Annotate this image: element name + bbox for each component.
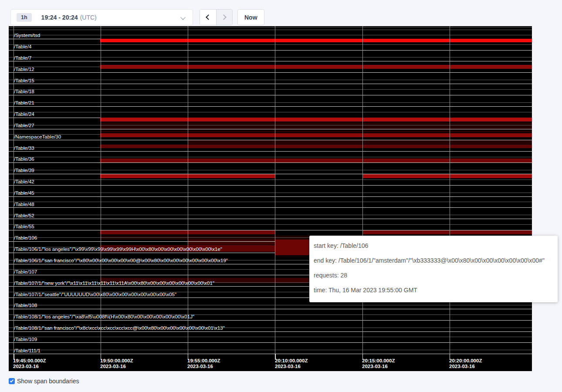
span-boundary-line bbox=[9, 44, 532, 45]
heat-band bbox=[100, 65, 532, 69]
heat-band bbox=[100, 145, 532, 149]
span-boundary-line bbox=[9, 106, 532, 107]
x-axis-tick-label: 19:45:00.000Z2023-03-16 bbox=[13, 358, 46, 369]
row-label: /Table/55 bbox=[14, 224, 34, 230]
span-boundary-line bbox=[9, 309, 532, 309]
row-label: /Table/107/1/"seattle"/"UUUUUUD\x00\x80\… bbox=[14, 292, 176, 297]
span-boundary-line bbox=[9, 112, 532, 112]
show-span-boundaries-label: Show span boundaries bbox=[17, 378, 79, 385]
span-boundary-line bbox=[9, 72, 532, 73]
heat-band bbox=[100, 159, 532, 162]
x-axis-tick-label: 20:10:00.000Z2023-03-16 bbox=[275, 358, 308, 369]
span-boundary-line bbox=[9, 50, 532, 51]
show-span-boundaries-row: Show span boundaries bbox=[9, 378, 79, 385]
span-boundary-line bbox=[9, 320, 532, 321]
tooltip-start-key: start key: /Table/106 bbox=[314, 238, 552, 253]
row-label: /Table/106/1/"los angeles"/"\x99\x99\x99… bbox=[14, 247, 222, 252]
span-boundary-line bbox=[9, 196, 532, 197]
heat-band bbox=[362, 174, 532, 178]
row-label: /Table/107 bbox=[14, 269, 37, 275]
span-boundary-line bbox=[9, 151, 532, 152]
row-label: /Table/45 bbox=[14, 190, 34, 196]
span-boundary-line bbox=[9, 224, 532, 225]
span-boundary-line bbox=[9, 102, 532, 103]
span-boundary-line bbox=[9, 202, 532, 202]
span-boundary-line bbox=[9, 84, 532, 84]
row-label: /Table/42 bbox=[14, 179, 34, 185]
heat-band bbox=[100, 39, 532, 43]
row-label: /Table/18 bbox=[14, 89, 34, 95]
span-boundary-line bbox=[9, 354, 532, 354]
time-bucket-boundary-line bbox=[362, 26, 363, 355]
span-boundary-line bbox=[9, 162, 532, 163]
row-label: /Table/7 bbox=[14, 55, 31, 61]
span-boundary-line bbox=[9, 207, 532, 208]
span-boundary-line bbox=[9, 27, 532, 27]
span-boundary-line bbox=[9, 179, 532, 180]
span-boundary-line bbox=[9, 157, 532, 157]
row-label: /Table/106 bbox=[14, 235, 37, 241]
span-boundary-line bbox=[9, 350, 532, 350]
row-label: /Table/108/1/"los angeles"/"\xa8\xf5\u00… bbox=[14, 314, 194, 320]
row-label: /Table/24 bbox=[14, 112, 34, 117]
time-range-selector[interactable]: 1h 19:24 - 20:24 (UTC) bbox=[10, 9, 193, 25]
row-label: /Table/111/1 bbox=[14, 348, 41, 354]
x-axis-tick-label: 20:20:00.000Z2023-03-16 bbox=[449, 358, 482, 369]
heat-band bbox=[188, 140, 532, 145]
row-label: /Table/108/1/"san francisco"/"\x8c\xcc\x… bbox=[14, 325, 225, 331]
next-range-button[interactable] bbox=[216, 10, 232, 25]
row-label: /System/tsd bbox=[14, 33, 40, 38]
now-button[interactable]: Now bbox=[237, 9, 264, 25]
row-label: /NamespaceTable/30 bbox=[14, 134, 61, 140]
span-boundary-line bbox=[9, 185, 532, 186]
time-nav-group bbox=[200, 9, 233, 25]
checkmark-icon bbox=[10, 378, 13, 382]
span-boundary-line bbox=[9, 337, 532, 337]
heat-band bbox=[100, 131, 532, 133]
row-label: /Table/21 bbox=[14, 100, 34, 106]
row-label: /Table/39 bbox=[14, 168, 34, 173]
range-text: 19:24 - 20:24 bbox=[41, 14, 78, 21]
span-boundary-line bbox=[9, 140, 532, 140]
show-span-boundaries-checkbox[interactable] bbox=[9, 378, 15, 384]
span-boundary-line bbox=[9, 95, 532, 95]
chevron-left-icon bbox=[206, 14, 212, 20]
time-bucket-boundary-line bbox=[188, 26, 188, 355]
span-boundary-line bbox=[9, 129, 532, 129]
range-timezone: (UTC) bbox=[80, 14, 97, 21]
row-label: /Table/4 bbox=[14, 44, 31, 50]
x-axis-tick-label: 19:50:00.000Z2023-03-16 bbox=[100, 358, 133, 369]
toolbar: 1h 19:24 - 20:24 (UTC) Now bbox=[0, 0, 562, 26]
span-boundary-line bbox=[9, 215, 532, 215]
x-axis-tick-label: 19:55:00.000Z2023-03-16 bbox=[187, 358, 220, 369]
x-axis-tick-label: 20:15:00.000Z2023-03-16 bbox=[362, 358, 395, 369]
chevron-down-icon bbox=[180, 15, 185, 20]
span-boundary-line bbox=[9, 219, 532, 219]
row-label: /Table/48 bbox=[14, 202, 34, 207]
hover-tooltip: start key: /Table/106 end key: /Table/10… bbox=[309, 236, 558, 302]
span-boundary-line bbox=[9, 35, 532, 35]
row-label: /Table/108 bbox=[14, 303, 37, 308]
heat-band bbox=[100, 118, 532, 122]
chevron-right-icon bbox=[221, 14, 227, 20]
row-label: /Table/52 bbox=[14, 213, 34, 219]
time-bucket-boundary-line bbox=[275, 26, 275, 355]
key-visualizer-canvas[interactable]: /System/tsd/Table/4/Table/7/Table/12/Tab… bbox=[9, 26, 532, 371]
tooltip-requests: requests: 28 bbox=[314, 268, 552, 283]
span-boundary-line bbox=[9, 89, 532, 90]
span-boundary-line bbox=[9, 30, 532, 30]
span-boundary-line bbox=[9, 193, 532, 193]
row-label: /Table/107/1/"new york"/"\x11\x11\x11\x1… bbox=[14, 280, 214, 286]
span-boundary-line bbox=[9, 305, 532, 305]
prev-range-button[interactable] bbox=[200, 10, 216, 25]
tooltip-time: time: Thu, 16 Mar 2023 19:55:00 GMT bbox=[314, 283, 552, 297]
row-label: /Table/36 bbox=[14, 156, 34, 162]
row-label: /Table/109 bbox=[14, 337, 37, 342]
heat-band bbox=[100, 133, 532, 137]
tooltip-end-key: end key: /Table/106/1/"amsterdam"/"\xb33… bbox=[314, 253, 552, 268]
span-boundary-line bbox=[9, 170, 532, 170]
span-boundary-line bbox=[9, 331, 532, 332]
row-label: /Table/106/1/"san francisco"/"\x80\x00\x… bbox=[14, 258, 228, 264]
heat-band bbox=[188, 240, 275, 245]
time-bucket-boundary-line bbox=[450, 26, 450, 355]
